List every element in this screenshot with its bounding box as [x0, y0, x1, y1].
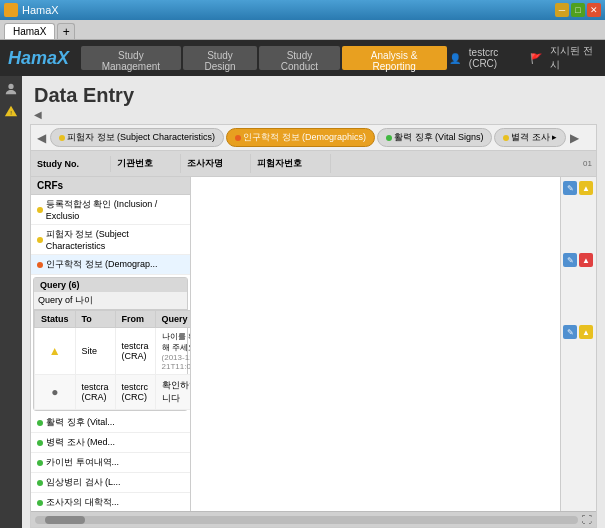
- sidebar-warning-icon[interactable]: !: [2, 102, 20, 120]
- minimize-button[interactable]: ─: [555, 3, 569, 17]
- list-item-3[interactable]: 인구학적 정보 (Demograp...: [31, 255, 190, 275]
- list-item-label: 인구학적 정보 (Demograp...: [46, 258, 158, 271]
- list-item-label: 활력 징후 (Vital...: [46, 416, 115, 429]
- dot-icon: [37, 420, 43, 426]
- query-popup: Query (6) Query of 나이 Status To From: [33, 277, 188, 411]
- sidebar-person-icon[interactable]: [2, 80, 20, 98]
- list-item-label: 등록적합성 확인 (Inclusion / Exclusio: [46, 198, 184, 221]
- right-action-panel: ✎ ▲ ✎ ▲ ✎ ▲: [560, 177, 596, 511]
- title-bar: HamaX ─ □ ✕: [0, 0, 605, 20]
- dot-orange-icon: [235, 135, 241, 141]
- filter-area: 01: [331, 156, 596, 171]
- query-of-label: Query of 나이: [34, 292, 187, 310]
- browser-tab-label: HamaX: [13, 26, 46, 37]
- horizontal-scrollbar[interactable]: [35, 516, 578, 524]
- list-item-label: 카이번 투여내역...: [46, 456, 119, 469]
- right-action-row-2: ✎ ▲: [563, 253, 594, 267]
- crf-area: ◀ 피험자 정보 (Subject Characteristics) 인구학적 …: [30, 124, 597, 528]
- crf-tab-demographics[interactable]: 인구학적 정보 (Demographics): [226, 128, 375, 147]
- list-item-2[interactable]: 피험자 정보 (Subject Characteristics: [31, 225, 190, 255]
- crf-tab-row: ◀ 피험자 정보 (Subject Characteristics) 인구학적 …: [31, 125, 596, 151]
- user-icon: 👤: [449, 53, 461, 64]
- dot-icon: [37, 207, 43, 213]
- list-item-8[interactable]: 조사자의 대학적...: [31, 493, 190, 511]
- right-pencil-3[interactable]: ✎: [563, 325, 577, 339]
- dot-icon: [37, 237, 43, 243]
- user-name: testcrc (CRC): [469, 47, 523, 69]
- nav-analysis-reporting[interactable]: Analysis & Reporting: [342, 46, 447, 70]
- nav-study-design[interactable]: Study Design: [183, 46, 258, 70]
- page-header: Data Entry ◀: [22, 76, 605, 124]
- svg-point-0: [8, 84, 13, 89]
- list-item-7[interactable]: 임상병리 검사 (L...: [31, 473, 190, 493]
- dot-icon: [37, 480, 43, 486]
- page-title: Data Entry: [34, 84, 593, 107]
- query-table: Status To From Query Action: [34, 310, 191, 410]
- crf-tab-more[interactable]: 별격 조사 ▸: [494, 128, 566, 147]
- to-site: Site: [75, 328, 115, 375]
- svg-text:!: !: [10, 109, 12, 116]
- tab-nav-left[interactable]: ◀: [35, 131, 48, 145]
- crf-panels: CRFs 등록적합성 확인 (Inclusion / Exclusio 피험자 …: [31, 177, 596, 511]
- new-tab-button[interactable]: +: [57, 23, 75, 39]
- tab-nav-right[interactable]: ▶: [568, 131, 581, 145]
- close-button[interactable]: ✕: [587, 3, 601, 17]
- list-item-1[interactable]: 등록적합성 확인 (Inclusion / Exclusio: [31, 195, 190, 225]
- query-text-1: 나이를 확인해 주세요(2013-11-21T11:01:36): [155, 328, 191, 375]
- browser-tab-bar: HamaX +: [0, 20, 605, 40]
- list-item-5[interactable]: 병력 조사 (Med...: [31, 433, 190, 453]
- col-query: Query: [155, 311, 191, 328]
- app-body: ! Data Entry ◀ ◀ 피험자 정보 (Subject Charact…: [0, 76, 605, 528]
- crf-tab-vitals[interactable]: 활력 징후 (Vital Signs): [377, 128, 492, 147]
- query-of-text: Query of 나이: [38, 295, 93, 305]
- list-item-label: 병력 조사 (Med...: [46, 436, 115, 449]
- dot-icon: [37, 500, 43, 506]
- crf-tab-subject[interactable]: 피험자 정보 (Subject Characteristics): [50, 128, 224, 147]
- main-content: Data Entry ◀ ◀ 피험자 정보 (Subject Character…: [22, 76, 605, 528]
- main-nav: HamaX Study Management Study Design Stud…: [0, 40, 605, 76]
- crf-tab-demographics-label: 인구학적 정보 (Demographics): [243, 131, 366, 144]
- logo-suffix: X: [57, 48, 69, 68]
- right-warn-red[interactable]: ▲: [579, 253, 593, 267]
- logo-prefix: Hama: [8, 48, 57, 68]
- fullscreen-icon[interactable]: ⛶: [582, 514, 592, 525]
- window-controls: ─ □ ✕: [555, 3, 601, 17]
- from-cra1: testcra (CRA): [115, 328, 155, 375]
- dot-icon: [37, 262, 43, 268]
- list-item-4[interactable]: 활력 징후 (Vital...: [31, 413, 190, 433]
- dot-yellow2-icon: [503, 135, 509, 141]
- logo: HamaX: [8, 48, 69, 69]
- data-header-row: Study No. 기관번호 조사자명 피험자번호 01: [31, 151, 596, 177]
- nav-user-area: 👤 testcrc (CRC) 🚩 지시된 전시: [449, 44, 597, 72]
- nav-study-conduct[interactable]: Study Conduct: [259, 46, 339, 70]
- nav-study-management[interactable]: Study Management: [81, 46, 181, 70]
- app-title: HamaX: [22, 4, 59, 16]
- right-pencil-1[interactable]: ✎: [563, 181, 577, 195]
- sidebar: !: [0, 76, 22, 528]
- back-button[interactable]: ◀: [34, 109, 42, 120]
- right-warn-3[interactable]: ▲: [579, 325, 593, 339]
- list-item-6[interactable]: 카이번 투여내역...: [31, 453, 190, 473]
- from-crc2: testcrc (CRC): [115, 375, 155, 410]
- app-icon: [4, 3, 18, 17]
- crf-list-panel: CRFs 등록적합성 확인 (Inclusion / Exclusio 피험자 …: [31, 177, 191, 511]
- browser-tab[interactable]: HamaX: [4, 23, 55, 39]
- col-visit-no: 기관번호: [111, 154, 181, 173]
- dot-green-icon: [386, 135, 392, 141]
- col-examiner: 조사자명: [181, 154, 251, 173]
- col-status: Status: [35, 311, 76, 328]
- query-popup-title: Query (6): [40, 280, 80, 290]
- status-circle: ●: [35, 375, 76, 410]
- right-pencil-2[interactable]: ✎: [563, 253, 577, 267]
- help-link[interactable]: 지시된 전시: [550, 44, 597, 72]
- scrollbar-thumb[interactable]: [45, 516, 85, 524]
- crf-tab-subject-label: 피험자 정보 (Subject Characteristics): [67, 131, 215, 144]
- maximize-button[interactable]: □: [571, 3, 585, 17]
- col-to: To: [75, 311, 115, 328]
- dot-yellow-icon: [59, 135, 65, 141]
- warn-triangle-icon: ▲: [49, 344, 61, 358]
- col-from: From: [115, 311, 155, 328]
- list-item-label: 피험자 정보 (Subject Characteristics: [46, 228, 184, 251]
- flag-icon: 🚩: [530, 53, 542, 64]
- right-warn-1[interactable]: ▲: [579, 181, 593, 195]
